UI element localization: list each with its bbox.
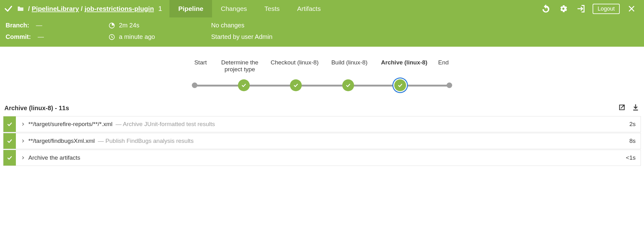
step-desc: Publish FindBugs analysis results: [98, 138, 193, 144]
step-title: Archive the artifacts: [28, 154, 80, 161]
pipeline-graph: Start Determine the project type Checkou…: [0, 47, 644, 101]
graph-node-checkout[interactable]: [290, 79, 302, 91]
status-success-icon: [4, 4, 13, 13]
graph-node-start[interactable]: [192, 82, 197, 88]
settings-icon[interactable]: [559, 4, 568, 13]
duration-field: 2m 24s: [108, 22, 211, 29]
folder-icon: [17, 5, 24, 12]
tab-pipeline[interactable]: Pipeline: [169, 0, 212, 17]
duration-icon: [108, 22, 115, 29]
exit-icon[interactable]: [576, 4, 585, 13]
step-row[interactable]: **/target/surefire-reports/**/*.xml Arch…: [3, 116, 641, 132]
when-field: a minute ago: [108, 33, 211, 40]
chevron-right-icon: [21, 156, 25, 160]
logout-button[interactable]: Logout: [593, 4, 620, 14]
clock-icon: [108, 34, 115, 40]
graph-label-end: End: [434, 59, 453, 73]
commit-field: Commit: —: [6, 33, 108, 40]
graph-label-build: Build (linux-8): [324, 59, 374, 73]
graph-label-checkout: Checkout (linux-8): [270, 59, 320, 73]
run-header: / PipelineLibrary / job-restrictions-plu…: [0, 0, 644, 17]
breadcrumb: / PipelineLibrary / job-restrictions-plu…: [26, 5, 154, 12]
step-title: **/target/findbugsXml.xml: [28, 138, 95, 144]
tab-changes[interactable]: Changes: [212, 0, 256, 17]
steps-list: **/target/surefire-reports/**/*.xml Arch…: [0, 116, 644, 171]
chevron-right-icon: [21, 139, 25, 143]
step-duration: 2s: [629, 121, 641, 128]
breadcrumb-link-folder[interactable]: PipelineLibrary: [32, 5, 79, 12]
tab-artifacts[interactable]: Artifacts: [288, 0, 329, 17]
step-row[interactable]: **/target/findbugsXml.xml Publish FindBu…: [3, 133, 641, 149]
step-duration: <1s: [626, 154, 641, 161]
step-desc: Archive JUnit-formatted test results: [116, 121, 215, 128]
step-duration: 8s: [629, 138, 641, 144]
stage-title: Archive (linux-8) - 11s: [4, 105, 69, 112]
changes-field: No changes: [211, 22, 638, 29]
step-status-success-icon: [3, 133, 16, 149]
cause-field: Started by user Admin: [211, 33, 638, 40]
download-log-icon[interactable]: [632, 103, 640, 113]
branch-field: Branch: —: [6, 22, 108, 29]
rerun-icon[interactable]: [542, 4, 550, 13]
step-status-success-icon: [3, 150, 16, 166]
stage-header: Archive (linux-8) - 11s: [0, 101, 644, 116]
step-title: **/target/surefire-reports/**/*.xml: [28, 121, 112, 128]
breadcrumb-link-job[interactable]: job-restrictions-plugin: [84, 5, 154, 12]
step-row[interactable]: Archive the artifacts <1s: [3, 150, 641, 166]
tabs: Pipeline Changes Tests Artifacts: [169, 0, 329, 17]
graph-node-determine[interactable]: [238, 79, 250, 91]
graph-node-build[interactable]: [342, 79, 354, 91]
chevron-right-icon: [21, 122, 25, 126]
tab-tests[interactable]: Tests: [256, 0, 288, 17]
graph-node-archive[interactable]: [394, 79, 406, 91]
run-subheader: Branch: — 2m 24s No changes Commit: — a …: [0, 17, 644, 47]
close-icon[interactable]: [627, 4, 636, 13]
graph-label-archive: Archive (linux-8): [379, 59, 429, 73]
graph-label-determine: Determine the project type: [215, 59, 265, 73]
graph-label-start: Start: [191, 59, 210, 73]
step-status-success-icon: [3, 116, 16, 132]
open-in-new-icon[interactable]: [618, 103, 626, 113]
graph-node-end[interactable]: [447, 82, 452, 88]
run-number: 1: [158, 5, 162, 13]
